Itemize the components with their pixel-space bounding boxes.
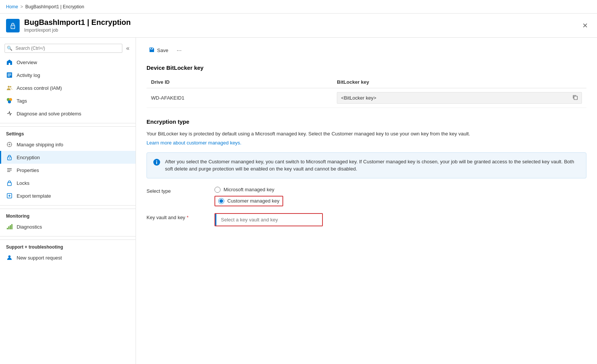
collapse-sidebar-button[interactable]: « (125, 44, 131, 52)
microsoft-managed-option[interactable]: Microsoft managed key (214, 187, 283, 193)
breadcrumb: Home > BugBashImport1 | Encryption (0, 0, 597, 14)
search-icon: 🔍 (7, 46, 12, 51)
iam-icon (6, 84, 13, 91)
sidebar-item-encryption[interactable]: Encryption (0, 151, 136, 164)
tags-icon (6, 97, 13, 104)
customer-managed-highlighted: Customer managed key (214, 196, 283, 206)
support-section-label: Support + troubleshooting (0, 240, 136, 251)
sidebar-item-diagnose[interactable]: Diagnose and solve problems (0, 107, 136, 120)
key-vault-input[interactable] (216, 214, 322, 226)
sidebar-item-label: Tags (17, 98, 27, 104)
svg-rect-23 (11, 224, 12, 229)
svg-rect-3 (8, 74, 11, 74)
copy-bitlocker-key-button[interactable] (572, 95, 578, 101)
sidebar-item-diagnostics[interactable]: Diagnostics (0, 220, 136, 233)
close-button[interactable]: ✕ (579, 20, 591, 31)
sidebar-item-label: Diagnose and solve problems (17, 111, 81, 117)
settings-section-label: Settings (0, 126, 136, 138)
encryption-description: Your BitLocker key is protected by defau… (147, 130, 586, 138)
encryption-icon (6, 154, 13, 161)
key-vault-label: Key vault and key (147, 213, 207, 220)
sidebar-search-container: 🔍 « (0, 41, 136, 56)
sidebar-item-manage-shipping[interactable]: Manage shipping info (0, 138, 136, 151)
table-row: WD-AFAKEID1 <BitLocker key> (147, 88, 586, 108)
svg-point-7 (10, 86, 11, 88)
bitlocker-key-value: <BitLocker key> (341, 95, 376, 101)
monitoring-section-label: Monitoring (0, 209, 136, 220)
bitlocker-key-cell: <BitLocker key> (332, 88, 586, 108)
bitlocker-key-header: BitLocker key (332, 76, 586, 88)
sidebar-item-label: Access control (IAM) (17, 85, 62, 91)
diagnose-icon (6, 110, 13, 117)
key-vault-row: Key vault and key (147, 213, 586, 226)
encryption-type-section: Encryption type Your BitLocker key is pr… (147, 118, 586, 226)
svg-point-14 (9, 158, 10, 159)
svg-rect-18 (8, 183, 11, 186)
overview-icon (6, 59, 13, 66)
customer-managed-label: Customer managed key (227, 198, 279, 204)
drive-id-header: Drive ID (147, 76, 332, 88)
svg-point-12 (9, 144, 10, 145)
sidebar: 🔍 « Overview Activity log Access control… (0, 38, 136, 364)
sidebar-item-properties[interactable]: Properties (0, 164, 136, 177)
header-icon (6, 19, 20, 32)
sidebar-item-iam[interactable]: Access control (IAM) (0, 81, 136, 94)
breadcrumb-separator: > (20, 4, 23, 9)
svg-rect-21 (8, 226, 9, 229)
bitlocker-section: Device BitLocker key Drive ID BitLocker … (147, 65, 586, 108)
svg-rect-5 (8, 76, 10, 77)
save-button[interactable]: Save (147, 45, 171, 55)
key-vault-input-wrapper (214, 213, 323, 226)
breadcrumb-current: BugBashImport1 | Encryption (25, 4, 84, 9)
sidebar-item-label: Overview (17, 60, 37, 65)
svg-rect-16 (7, 170, 12, 170)
search-input[interactable] (5, 44, 122, 53)
customer-managed-option[interactable]: Customer managed key (218, 198, 279, 204)
drive-id-cell: WD-AFAKEID1 (147, 88, 332, 108)
svg-point-6 (8, 86, 10, 88)
customer-managed-radio[interactable] (218, 198, 224, 204)
svg-rect-28 (156, 161, 157, 164)
svg-rect-4 (8, 75, 11, 75)
new-support-icon (6, 254, 13, 261)
info-icon (153, 158, 160, 173)
save-label: Save (157, 48, 168, 53)
diagnostics-icon (6, 223, 13, 230)
learn-more-link[interactable]: Learn more about customer managed keys. (147, 140, 241, 146)
info-text: After you select the Customer mananged k… (165, 158, 580, 173)
sidebar-item-new-support[interactable]: New support request (0, 251, 136, 264)
page-subtitle: Import/export job (24, 28, 131, 33)
sidebar-item-label: Export template (17, 193, 51, 199)
svg-point-10 (8, 100, 11, 103)
svg-rect-15 (7, 168, 12, 169)
save-icon (149, 47, 155, 54)
bitlocker-section-title: Device BitLocker key (147, 65, 586, 71)
microsoft-managed-radio[interactable] (214, 187, 221, 193)
sidebar-item-locks[interactable]: Locks (0, 177, 136, 189)
sidebar-item-overview[interactable]: Overview (0, 56, 136, 69)
svg-rect-20 (7, 228, 8, 229)
activity-log-icon (6, 72, 13, 78)
page-header: BugBashImport1 | Encryption Import/expor… (0, 14, 597, 38)
sidebar-item-label: Manage shipping info (17, 142, 63, 147)
svg-point-24 (8, 255, 11, 258)
sidebar-item-label: Encryption (17, 155, 40, 160)
sidebar-item-activity-log[interactable]: Activity log (0, 69, 136, 81)
svg-rect-25 (150, 51, 154, 52)
manage-shipping-icon (6, 141, 13, 148)
microsoft-managed-label: Microsoft managed key (224, 187, 274, 192)
more-options-button[interactable]: ··· (177, 47, 182, 54)
toolbar: Save ··· (147, 45, 586, 55)
sidebar-item-label: Diagnostics (17, 224, 42, 230)
bitlocker-table: Drive ID BitLocker key WD-AFAKEID1 <BitL… (147, 76, 586, 108)
main-content: Save ··· Device BitLocker key Drive ID B… (136, 38, 597, 364)
select-type-row: Select type Microsoft managed key Custom… (147, 187, 586, 206)
sidebar-item-label: New support request (17, 255, 62, 261)
sidebar-item-tags[interactable]: Tags (0, 94, 136, 107)
svg-rect-26 (574, 96, 577, 100)
select-type-label: Select type (147, 187, 207, 194)
sidebar-item-label: Locks (17, 180, 29, 186)
sidebar-item-export-template[interactable]: Export template (0, 189, 136, 202)
breadcrumb-home[interactable]: Home (6, 4, 18, 9)
sidebar-item-label: Activity log (17, 72, 40, 78)
